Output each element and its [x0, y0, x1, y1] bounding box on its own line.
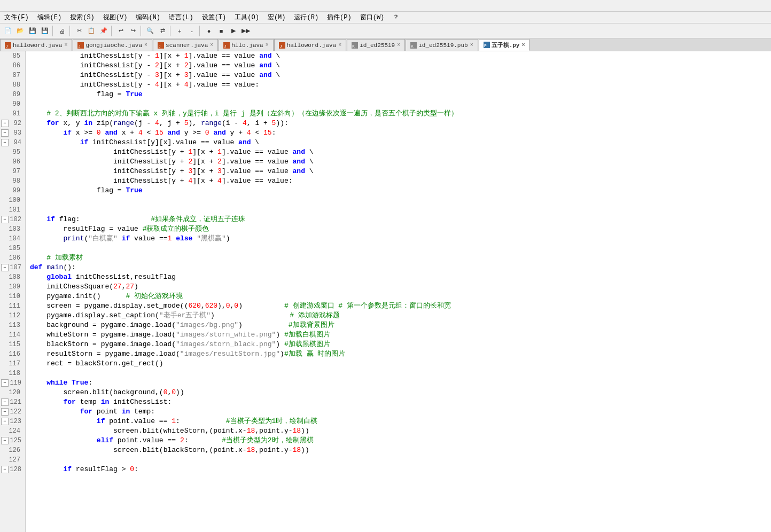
gutter-spacer-86 — [0, 62, 7, 69]
save-all-button[interactable]: 💾 — [39, 25, 51, 37]
line-number-112: 112 — [7, 311, 22, 320]
menu-item-o[interactable]: 工具(O) — [230, 12, 263, 23]
code-content-120: screen.blit(background,(0,0)) — [26, 388, 184, 397]
menu-item-s[interactable]: 搜索(S) — [66, 12, 99, 23]
zoom-in-button[interactable]: + — [174, 25, 185, 37]
cut-button[interactable]: ✂ — [73, 25, 85, 37]
fold-button-107[interactable]: − — [1, 264, 9, 271]
replace-button[interactable]: ⇄ — [157, 25, 168, 37]
code-content-117: rect = blackStorn.get_rect() — [26, 359, 163, 369]
code-line-88: initChessList[y - 4][x + 4].value == val… — [26, 80, 771, 90]
find-button[interactable]: 🔍 — [144, 25, 156, 37]
tab-7[interactable]: P五子棋.py× — [479, 39, 530, 51]
gutter-spacer-105 — [0, 245, 7, 252]
toolbar: 📄 📂 💾 💾 🖨 ✂ 📋 📌 ↩ ↪ 🔍 ⇄ + - ● ■ ▶ ▶▶ — [0, 24, 771, 38]
code-content-122: for point in temp: — [26, 407, 155, 417]
zoom-out-button[interactable]: - — [186, 25, 198, 37]
fold-button-92[interactable]: − — [1, 120, 9, 127]
copy-button[interactable]: 📋 — [85, 25, 97, 37]
code-content-113: background = pygame.image.load("images/b… — [26, 320, 334, 330]
tab-4[interactable]: Jhalloword.java× — [274, 39, 346, 51]
stop-button[interactable]: ■ — [215, 25, 227, 37]
tab-close-7[interactable]: × — [521, 42, 525, 48]
tab-close-0[interactable]: × — [64, 42, 67, 48]
menu-item-t[interactable]: 设置(T) — [198, 12, 231, 23]
code-line-87: initChessList[y - 3][x + 3].value == val… — [26, 71, 771, 80]
save-button[interactable]: 💾 — [27, 25, 38, 37]
gutter-row-95: 95 — [0, 147, 25, 157]
code-line-120: screen.blit(background,(0,0)) — [26, 388, 771, 397]
gutter-spacer-98 — [0, 177, 7, 185]
menu-item-f[interactable]: 文件(F) — [0, 12, 33, 23]
undo-button[interactable]: ↩ — [115, 25, 127, 37]
toolbar-sep-3 — [111, 26, 113, 36]
svg-text:J: J — [279, 44, 282, 49]
tabbar: Jhalloword.java×Jgongjiaoche.java×Jscann… — [0, 38, 771, 51]
code-content-108: global initChessList,resultFlag — [26, 272, 176, 282]
tab-1[interactable]: Jgongjiaoche.java× — [73, 39, 152, 51]
code-content-116: resultStorn = pygame.image.load("images/… — [26, 349, 345, 359]
tab-3[interactable]: Jhllo.java× — [219, 39, 273, 51]
line-number-110: 110 — [7, 292, 22, 301]
fold-button-128[interactable]: − — [1, 466, 9, 473]
tab-5[interactable]: Kid_ed25519× — [347, 39, 405, 51]
record-button[interactable]: ● — [203, 25, 215, 37]
fold-button-93[interactable]: − — [1, 129, 9, 137]
line-number-125: 125 — [9, 436, 24, 445]
line-number-122: 122 — [9, 407, 24, 417]
menu-item-l[interactable]: 语言(L) — [165, 12, 198, 23]
print-button[interactable]: 🖨 — [56, 25, 68, 37]
line-number-118: 118 — [7, 369, 22, 378]
code-line-123: if point.value == 1: #当棋子类型为1时，绘制白棋 — [26, 417, 771, 426]
tab-close-1[interactable]: × — [144, 42, 147, 48]
code-content-121: for temp in initChessList: — [26, 397, 172, 407]
fold-button-102[interactable]: − — [1, 216, 9, 223]
code-content-88: initChessList[y - 4][x + 4].value == val… — [26, 80, 259, 90]
gutter-row-114: 114 — [0, 330, 25, 340]
menu-item-n[interactable]: 编码(N) — [131, 12, 165, 23]
code-content-103: resultFlag = value #获取成立的棋子颜色 — [26, 224, 209, 234]
fold-button-125[interactable]: − — [1, 437, 9, 444]
code-content-126: screen.blit(blackStorn,(point.x-18,point… — [26, 445, 309, 455]
gutter-row-121: −121 — [0, 397, 25, 407]
new-button[interactable]: 📄 — [2, 25, 14, 37]
tab-0[interactable]: Jhalloword.java× — [0, 39, 72, 51]
line-number-124: 124 — [7, 426, 22, 436]
code-content-106: # 加载素材 — [26, 253, 83, 263]
fold-button-94[interactable]: − — [1, 139, 9, 146]
code-line-119: while True: — [26, 378, 771, 388]
fold-button-123[interactable]: − — [1, 418, 9, 425]
run-button[interactable]: ▶▶ — [240, 25, 252, 37]
tab-close-3[interactable]: × — [266, 42, 269, 48]
line-number-108: 108 — [7, 272, 22, 282]
menu-item-r[interactable]: 运行(R) — [290, 12, 323, 23]
menu-item-v[interactable]: 视图(V) — [99, 12, 132, 23]
gutter-spacer-117 — [0, 360, 7, 367]
gutter-spacer-126 — [0, 447, 7, 454]
menu-item-[interactable]: ？ — [388, 12, 403, 23]
play-button[interactable]: ▶ — [228, 25, 239, 37]
menu-item-p[interactable]: 插件(P) — [323, 12, 356, 23]
tab-close-6[interactable]: × — [470, 42, 473, 48]
tab-6[interactable]: Kid_ed25519.pub× — [406, 39, 478, 51]
fold-button-119[interactable]: − — [1, 379, 9, 387]
tab-close-4[interactable]: × — [338, 42, 341, 48]
menu-item-e[interactable]: 编辑(E) — [33, 12, 66, 23]
tab-2[interactable]: Jscanner.java× — [153, 39, 218, 51]
menu-item-m[interactable]: 宏(M) — [263, 12, 290, 23]
line-number-98: 98 — [7, 176, 22, 186]
gutter-row-101: 101 — [0, 205, 25, 215]
menu-item-w[interactable]: 窗口(W) — [356, 12, 389, 23]
code-area[interactable]: initChessList[y - 1][x + 1].value == val… — [26, 51, 771, 532]
redo-button[interactable]: ↪ — [127, 25, 139, 37]
code-content-123: if point.value == 1: #当棋子类型为1时，绘制白棋 — [26, 417, 317, 426]
paste-button[interactable]: 📌 — [98, 25, 110, 37]
fold-button-122[interactable]: − — [1, 408, 9, 416]
fold-button-121[interactable]: − — [1, 398, 9, 406]
tab-close-2[interactable]: × — [210, 42, 213, 48]
code-content-112: pygame.display.set_caption("老手er五子棋") # … — [26, 311, 340, 320]
open-button[interactable]: 📂 — [14, 25, 26, 37]
tab-close-5[interactable]: × — [397, 42, 400, 48]
code-line-96: initChessList[y + 2][x + 2].value == val… — [26, 157, 771, 167]
line-number-128: 128 — [9, 465, 24, 474]
